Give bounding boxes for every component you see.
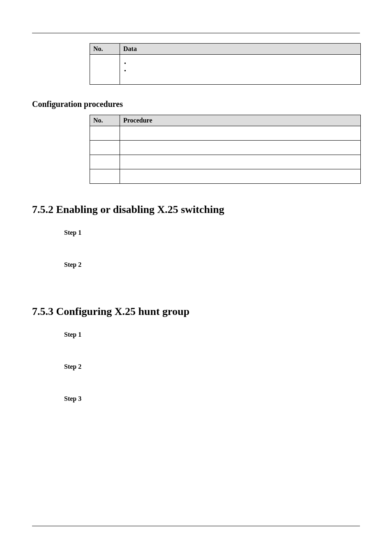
bullet-item [123,60,357,67]
data-table-cell-no [90,55,120,85]
step-label: Step 2 [64,261,360,268]
data-table-header-no: No. [90,44,120,55]
table-row [90,55,361,85]
procedures-cell-proc [120,126,361,141]
data-table-header-data: Data [120,44,361,55]
procedures-cell-no [90,126,120,141]
table-row [90,141,361,155]
bullet-item [123,67,357,74]
procedures-cell-proc [120,169,361,184]
data-table-cell-data [120,55,361,85]
table-row [90,126,361,141]
procedures-cell-proc [120,141,361,155]
table-row [90,155,361,169]
procedures-cell-no [90,141,120,155]
bottom-rule [32,526,360,526]
top-rule [32,33,360,33]
step-label: Step 2 [64,363,360,370]
procedures-header-no: No. [90,115,120,126]
step-label: Step 1 [64,331,360,338]
section-7-5-3-heading: 7.5.3 Configuring X.25 hunt group [32,305,360,318]
procedures-cell-no [90,169,120,184]
configuration-procedures-heading: Configuration procedures [32,99,360,109]
section-7-5-2-heading: 7.5.2 Enabling or disabling X.25 switchi… [32,204,360,216]
procedures-header-procedure: Procedure [120,115,361,126]
procedures-cell-no [90,155,120,169]
procedures-table: No. Procedure [90,115,361,184]
data-table: No. Data [90,43,361,85]
step-label: Step 1 [64,229,360,236]
procedures-cell-proc [120,155,361,169]
table-row [90,169,361,184]
step-label: Step 3 [64,395,360,402]
